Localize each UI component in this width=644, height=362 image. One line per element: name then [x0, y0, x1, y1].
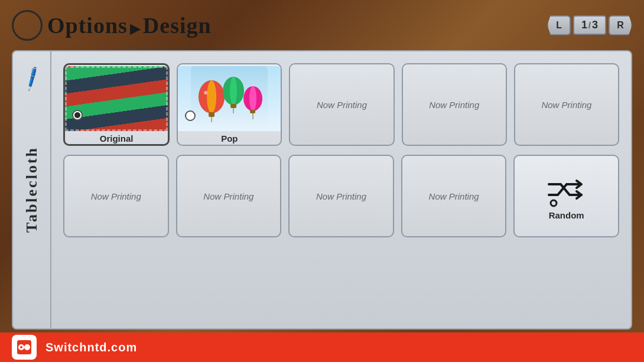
nav-controls: L 1 / 3 R — [547, 15, 632, 35]
current-page: 1 — [581, 19, 587, 31]
svg-point-8 — [230, 77, 237, 105]
grid-row-1: Original — [63, 63, 619, 146]
np7-text: Now Printing — [203, 191, 253, 201]
title-area: Options▶Design — [12, 10, 212, 41]
np3-text: Now Printing — [317, 100, 367, 110]
svg-point-2 — [207, 80, 216, 113]
title-options: Options — [47, 13, 128, 38]
design-np3-card[interactable]: Now Printing — [289, 63, 394, 146]
design-np4-card[interactable]: Now Printing — [402, 63, 507, 146]
nintendo-logo — [12, 335, 37, 360]
nav-left-button[interactable]: L — [547, 15, 571, 35]
design-np5-card[interactable]: Now Printing — [514, 63, 619, 146]
balloon-svg — [178, 66, 281, 131]
site-name: Switchntd.com — [45, 341, 137, 354]
np4-text: Now Printing — [429, 100, 479, 110]
tab-label: Tablecloth — [23, 146, 41, 233]
random-icon — [543, 172, 590, 208]
original-preview — [65, 66, 168, 131]
random-label: Random — [549, 210, 584, 220]
title-design: Design — [143, 13, 212, 38]
total-pages: 3 — [592, 19, 598, 31]
nav-right-button[interactable]: R — [609, 15, 632, 35]
bottom-bar: Switchntd.com — [0, 332, 644, 362]
title-arrow-icon: ▶ — [130, 21, 141, 36]
design-np7-card[interactable]: Now Printing — [176, 155, 282, 237]
original-radio — [72, 110, 83, 120]
design-random-card[interactable]: Random — [513, 155, 619, 237]
svg-rect-4 — [209, 112, 214, 117]
np8-text: Now Printing — [316, 191, 366, 201]
svg-point-6 — [204, 91, 207, 94]
design-pop-card[interactable]: Pop — [177, 63, 282, 146]
svg-point-21 — [24, 344, 30, 350]
pop-label: Pop — [221, 133, 238, 144]
original-label: Original — [100, 133, 134, 144]
design-np8-card[interactable]: Now Printing — [288, 155, 394, 237]
content-area: Original — [51, 51, 631, 328]
side-tab: 🖊️ Tablecloth — [13, 51, 51, 328]
title-circle-decoration — [12, 10, 43, 41]
page-counter: 1 / 3 — [573, 15, 606, 35]
svg-point-22 — [20, 346, 22, 348]
page-separator: / — [588, 21, 591, 30]
header: Options▶Design L 1 / 3 R — [12, 6, 632, 44]
page-title: Options▶Design — [47, 12, 212, 38]
design-np9-card[interactable]: Now Printing — [401, 155, 507, 237]
design-np6-card[interactable]: Now Printing — [63, 155, 169, 237]
np6-text: Now Printing — [91, 191, 141, 201]
fabric-edge — [65, 66, 168, 131]
grid-row-2: Now Printing Now Printing Now Printing N… — [63, 155, 619, 237]
svg-point-12 — [249, 86, 256, 111]
design-original-card[interactable]: Original — [63, 63, 170, 146]
svg-rect-13 — [250, 110, 255, 113]
svg-point-15 — [551, 200, 557, 206]
main-panel: 🖊️ Tablecloth Original — [12, 50, 632, 330]
balloon-scene — [178, 66, 281, 131]
np5-text: Now Printing — [541, 100, 591, 110]
svg-rect-9 — [230, 104, 236, 108]
np9-text: Now Printing — [429, 191, 479, 201]
feather-icon: 🖊️ — [18, 65, 45, 92]
